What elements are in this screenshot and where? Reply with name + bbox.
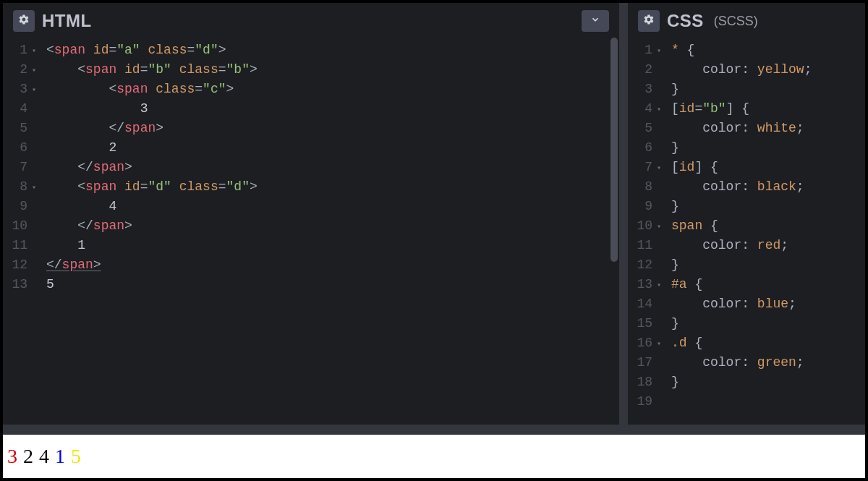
output-char: 4	[39, 445, 49, 468]
code-line: <span id="b" class="b">	[46, 60, 619, 80]
code-line: color: black;	[671, 177, 865, 197]
gutter-line: 5	[628, 119, 652, 138]
code-line: </span>	[46, 158, 619, 177]
css-gutter: 1▾234▾567▾8910▾111213▾141516▾171819	[628, 41, 658, 425]
code-line: }	[671, 138, 865, 158]
gutter-line: 5	[3, 119, 27, 138]
html-panel: HTML 1▾2▾3▾45678▾910111213 <span id="a" …	[3, 3, 628, 425]
html-scroll-thumb[interactable]	[610, 38, 618, 262]
html-settings-button[interactable]	[13, 10, 35, 32]
gutter-line: 19	[628, 392, 652, 412]
html-panel-dropdown-button[interactable]	[582, 10, 609, 32]
gutter-line: 13	[3, 275, 27, 294]
gutter-line: 15	[628, 314, 652, 333]
html-code-editor[interactable]: 1▾2▾3▾45678▾910111213 <span id="a" class…	[3, 35, 619, 425]
css-panel-title: CSS	[667, 11, 704, 31]
output-char: 1	[55, 445, 65, 468]
code-line: </span>	[46, 216, 619, 236]
output-char: 5	[71, 445, 81, 468]
gutter-line: 8▾	[3, 177, 27, 197]
gutter-line: 1▾	[3, 41, 27, 60]
gutter-line: 2▾	[3, 60, 27, 80]
gutter-line: 4	[3, 99, 27, 119]
gutter-line: 10	[3, 216, 27, 236]
gear-icon	[643, 14, 655, 28]
fold-arrow-icon[interactable]: ▾	[32, 80, 36, 99]
gutter-line: 12	[628, 255, 652, 275]
code-line: </span>	[46, 255, 619, 275]
code-line: 5	[46, 275, 619, 294]
gutter-line: 14	[628, 294, 652, 314]
code-line: }	[671, 373, 865, 392]
code-line: }	[671, 80, 865, 99]
code-line: 3	[46, 99, 619, 119]
gutter-line: 12	[3, 255, 27, 275]
code-line: <span id="a" class="d">	[46, 41, 619, 60]
code-line: <span id="d" class="d">	[46, 177, 619, 197]
code-line: .d {	[671, 333, 865, 353]
gutter-line: 6	[3, 138, 27, 158]
code-line: [id] {	[671, 158, 865, 177]
code-line: span {	[671, 216, 865, 236]
gutter-line: 3▾	[3, 80, 27, 99]
css-code-editor[interactable]: 1▾234▾567▾8910▾111213▾141516▾171819 * { …	[628, 35, 865, 425]
gutter-line: 16▾	[628, 333, 652, 353]
gutter-line: 10▾	[628, 216, 652, 236]
code-line: color: yellow;	[671, 60, 865, 80]
code-line: color: red;	[671, 236, 865, 255]
css-panel: CSS (SCSS) 1▾234▾567▾8910▾111213▾141516▾…	[628, 3, 865, 425]
code-line: 1	[46, 236, 619, 255]
fold-arrow-icon[interactable]: ▾	[32, 177, 36, 197]
output-preview: 32415	[3, 435, 865, 478]
code-line: </span>	[46, 119, 619, 138]
code-line: color: green;	[671, 353, 865, 373]
fold-arrow-icon[interactable]: ▾	[657, 99, 661, 119]
gutter-line: 9	[3, 197, 27, 216]
code-line: <span class="c">	[46, 80, 619, 99]
code-line	[671, 392, 865, 412]
gutter-line: 8	[628, 177, 652, 197]
gutter-line: 2	[628, 60, 652, 80]
html-gutter: 1▾2▾3▾45678▾910111213	[3, 41, 33, 425]
gutter-line: 3	[628, 80, 652, 99]
row-separator[interactable]	[3, 425, 865, 435]
gutter-line: 1▾	[628, 41, 652, 60]
fold-arrow-icon[interactable]: ▾	[657, 41, 661, 60]
fold-arrow-icon[interactable]: ▾	[657, 333, 661, 353]
code-line: color: white;	[671, 119, 865, 138]
code-line: * {	[671, 41, 865, 60]
css-panel-header: CSS (SCSS)	[628, 3, 865, 35]
code-line: #a {	[671, 275, 865, 294]
gear-icon	[18, 14, 30, 28]
fold-arrow-icon[interactable]: ▾	[657, 275, 661, 294]
gutter-line: 9	[628, 197, 652, 216]
code-line: 4	[46, 197, 619, 216]
gutter-line: 17	[628, 353, 652, 373]
code-line: color: blue;	[671, 294, 865, 314]
gutter-line: 4▾	[628, 99, 652, 119]
code-line: [id="b"] {	[671, 99, 865, 119]
fold-arrow-icon[interactable]: ▾	[657, 158, 661, 177]
html-panel-title: HTML	[42, 11, 92, 31]
gutter-line: 18	[628, 373, 652, 392]
output-char: 3	[7, 445, 17, 468]
editors-row: HTML 1▾2▾3▾45678▾910111213 <span id="a" …	[3, 3, 865, 425]
fold-arrow-icon[interactable]: ▾	[32, 41, 36, 60]
gutter-line: 11	[3, 236, 27, 255]
app-root: HTML 1▾2▾3▾45678▾910111213 <span id="a" …	[0, 0, 868, 481]
chevron-down-icon	[590, 14, 600, 27]
output-char: 2	[23, 445, 33, 468]
code-line: }	[671, 197, 865, 216]
fold-arrow-icon[interactable]: ▾	[657, 216, 661, 236]
css-code-lines: * { color: yellow;}[id="b"] { color: whi…	[658, 41, 865, 425]
css-settings-button[interactable]	[638, 10, 660, 32]
code-line: }	[671, 255, 865, 275]
code-line: }	[671, 314, 865, 333]
gutter-line: 6	[628, 138, 652, 158]
fold-arrow-icon[interactable]: ▾	[32, 60, 36, 80]
html-scrollbar[interactable]	[609, 35, 619, 425]
gutter-line: 11	[628, 236, 652, 255]
html-code-lines: <span id="a" class="d"> <span id="b" cla…	[33, 41, 619, 425]
gutter-line: 7▾	[628, 158, 652, 177]
css-panel-subtitle: (SCSS)	[714, 14, 758, 29]
